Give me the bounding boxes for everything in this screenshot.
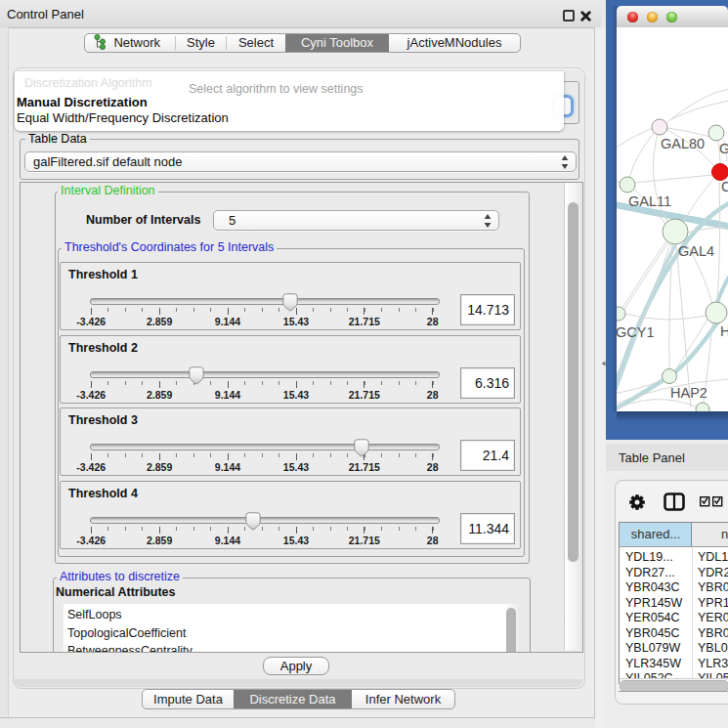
svg-text:GAL4: GAL4 xyxy=(678,243,714,259)
svg-text:GAL3: GAL3 xyxy=(719,141,728,156)
svg-text:GAL11: GAL11 xyxy=(628,193,671,209)
svg-text:HAP2: HAP2 xyxy=(670,385,707,401)
svg-text:HIS4: HIS4 xyxy=(720,323,728,339)
svg-text:GAL80: GAL80 xyxy=(661,136,705,151)
svg-text:CDC19: CDC19 xyxy=(721,179,728,194)
svg-text:GCY1: GCY1 xyxy=(617,324,655,340)
